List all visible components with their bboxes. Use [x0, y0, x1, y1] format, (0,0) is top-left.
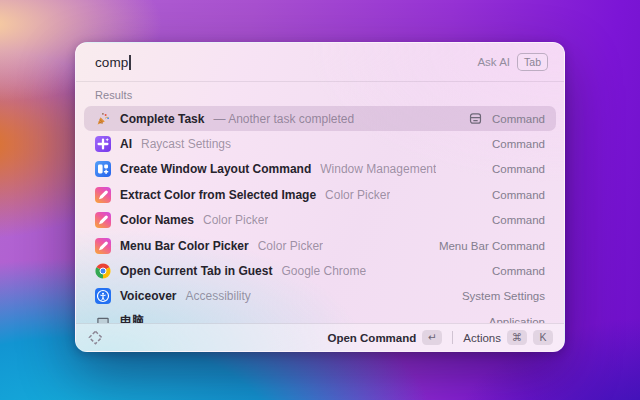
open-command-button[interactable]: Open Command ↵ — [324, 328, 445, 347]
footer-divider — [452, 331, 453, 344]
tab-key-badge: Tab — [517, 53, 548, 71]
result-subtitle: Color Picker — [258, 239, 323, 253]
color-picker-icon — [95, 238, 111, 254]
result-type-label: System Settings — [462, 290, 545, 302]
result-type-label: Command — [492, 189, 545, 201]
command-card-icon — [468, 111, 483, 126]
result-subtitle: Color Picker — [325, 188, 390, 202]
result-type-label: Command — [492, 214, 545, 226]
result-title: 电脑 — [120, 313, 144, 323]
result-type-label: Command — [492, 163, 545, 175]
result-title: Open Current Tab in Guest — [120, 264, 272, 278]
party-popper-icon — [95, 111, 111, 127]
k-key-badge: K — [533, 330, 553, 345]
result-title: Complete Task — [120, 112, 204, 126]
result-title: Color Names — [120, 213, 194, 227]
result-subtitle: Accessibility — [185, 289, 250, 303]
result-type-label: Application — [489, 316, 545, 323]
footer-bar: Open Command ↵ Actions ⌘ K — [76, 323, 564, 351]
raycast-logo-icon — [87, 329, 104, 346]
color-picker-icon — [95, 212, 111, 228]
result-row[interactable]: AI Raycast Settings Command — [84, 131, 556, 156]
result-subtitle: Google Chrome — [281, 264, 366, 278]
results-section-header: Results — [76, 82, 564, 106]
result-title: Extract Color from Selected Image — [120, 188, 316, 202]
result-title: Menu Bar Color Picker — [120, 239, 249, 253]
ai-icon — [95, 136, 111, 152]
color-picker-icon — [95, 187, 111, 203]
result-title: Voiceover — [120, 289, 176, 303]
result-type-label: Command — [492, 265, 545, 277]
cmd-key-badge: ⌘ — [507, 330, 527, 345]
result-type-label: Command — [492, 138, 545, 150]
enter-key-badge: ↵ — [422, 330, 442, 345]
open-command-label: Open Command — [327, 332, 416, 344]
actions-button[interactable]: Actions ⌘ K — [460, 328, 556, 347]
result-title: AI — [120, 137, 132, 151]
computer-icon — [95, 314, 111, 323]
result-title: Create Window Layout Command — [120, 162, 311, 176]
text-caret — [129, 55, 131, 70]
result-row[interactable]: 电脑 Application — [84, 309, 556, 323]
result-type-label: Command — [492, 113, 545, 125]
result-subtitle: Raycast Settings — [141, 137, 231, 151]
result-row[interactable]: Voiceover Accessibility System Settings — [84, 284, 556, 309]
search-query-text: comp — [95, 55, 128, 70]
ask-ai-label: Ask AI — [477, 56, 510, 68]
result-row[interactable]: Open Current Tab in Guest Google Chrome … — [84, 258, 556, 283]
chrome-icon — [95, 263, 111, 279]
result-type-label: Menu Bar Command — [439, 240, 545, 252]
result-subtitle: Color Picker — [203, 213, 268, 227]
actions-label: Actions — [463, 332, 501, 344]
results-list: Complete Task — Another task completed C… — [76, 106, 564, 323]
result-row[interactable]: Create Window Layout Command Window Mana… — [84, 157, 556, 182]
result-subtitle: — Another task completed — [213, 112, 354, 126]
result-row[interactable]: Extract Color from Selected Image Color … — [84, 182, 556, 207]
window-layout-icon — [95, 161, 111, 177]
raycast-launcher-window: comp Ask AI Tab Results Complete Task — … — [75, 42, 565, 352]
ask-ai-hint[interactable]: Ask AI Tab — [477, 53, 548, 71]
result-row[interactable]: Complete Task — Another task completed C… — [84, 106, 556, 131]
result-row[interactable]: Menu Bar Color Picker Color Picker Menu … — [84, 233, 556, 258]
search-bar: comp Ask AI Tab — [76, 43, 564, 81]
result-row[interactable]: Color Names Color Picker Command — [84, 208, 556, 233]
search-input[interactable]: comp — [95, 55, 477, 70]
voiceover-icon — [95, 288, 111, 304]
result-subtitle: Window Management — [320, 162, 436, 176]
